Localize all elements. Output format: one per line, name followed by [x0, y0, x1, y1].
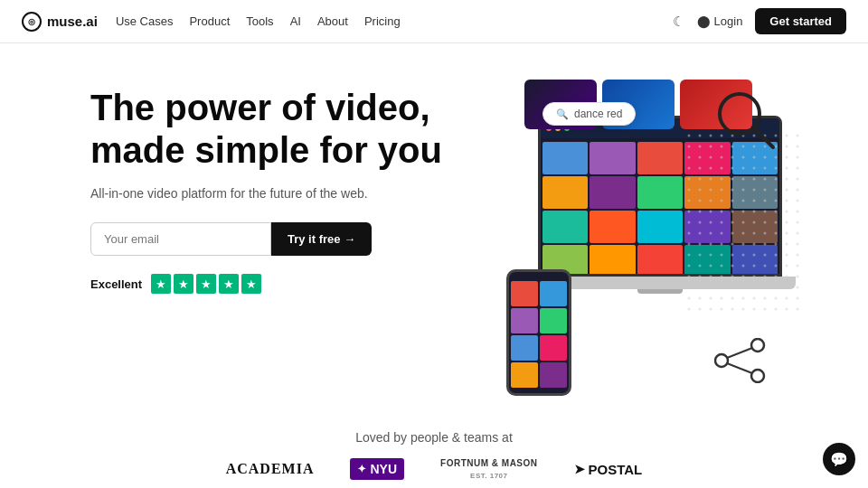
dark-mode-icon[interactable]: ☾: [673, 14, 684, 30]
svg-line-5: [727, 348, 752, 358]
nav-right: ☾ ⬤ Login Get started: [673, 8, 846, 34]
phone-thumb-2: [540, 281, 567, 306]
star-rating: ★ ★ ★ ★ ★: [151, 274, 261, 294]
logo-academia: ACADEMIA: [226, 461, 315, 477]
star-3: ★: [196, 274, 216, 294]
main-content: The power of video, made simple for you …: [0, 43, 868, 423]
svg-line-6: [727, 363, 752, 373]
nav-use-cases[interactable]: Use Cases: [116, 14, 174, 28]
logo-icon: ◎: [22, 12, 42, 32]
svg-point-3: [715, 354, 728, 367]
phone-thumb-4: [540, 308, 567, 333]
thumb-3: [637, 142, 683, 174]
search-overlay: 🔍 dance red: [542, 102, 636, 126]
nav-left: ◎ muse.ai Use Cases Product Tools AI Abo…: [22, 12, 401, 32]
nyu-text: NYU: [370, 462, 397, 476]
big-search-icon: [714, 89, 778, 152]
star-4: ★: [219, 274, 239, 294]
nav-about[interactable]: About: [317, 14, 348, 28]
share-icon: [714, 338, 769, 387]
star-1: ★: [151, 274, 171, 294]
logo-text: muse.ai: [47, 14, 98, 29]
logo-postal: ➤ POSTAL: [574, 462, 643, 477]
email-input[interactable]: [90, 222, 271, 256]
nav-pricing[interactable]: Pricing: [364, 14, 401, 28]
nav-links: Use Cases Product Tools AI About Pricing: [116, 14, 401, 28]
thumb-6: [542, 176, 588, 209]
logo-fortnum: FORTNUM & MASONEST. 1707: [440, 457, 538, 481]
thumb-18: [637, 245, 683, 277]
phone-thumb-1: [511, 281, 538, 306]
email-form: Try it free →: [90, 222, 470, 256]
phone-thumb-5: [511, 335, 538, 361]
dot-pattern: [687, 134, 805, 314]
phone-thumb-7: [511, 362, 538, 388]
trusted-section: Loved by people & teams at ACADEMIA ✦ NY…: [0, 423, 868, 488]
login-button[interactable]: ⬤ Login: [697, 14, 743, 28]
svg-point-4: [751, 370, 764, 382]
logo-nyu: ✦ NYU: [350, 458, 404, 480]
phone-mockup: [506, 269, 571, 396]
hero-left: The power of video, made simple for you …: [90, 80, 470, 294]
trustpilot-row: Excellent ★ ★ ★ ★ ★: [90, 274, 470, 294]
hero-subtitle: All-in-one video platform for the future…: [90, 186, 470, 201]
laptop-notch: [637, 289, 683, 294]
logos-row-1: ACADEMIA ✦ NYU FORTNUM & MASONEST. 1707 …: [0, 457, 868, 481]
thumb-2: [590, 142, 635, 174]
chat-bubble[interactable]: 💬: [823, 443, 855, 475]
star-2: ★: [174, 274, 193, 294]
logo[interactable]: ◎ muse.ai: [22, 12, 98, 32]
nyu-icon: ✦: [357, 463, 366, 475]
nav-product[interactable]: Product: [189, 14, 230, 28]
trustpilot-label: Excellent: [90, 277, 142, 291]
thumb-7: [590, 176, 635, 209]
nav-tools[interactable]: Tools: [246, 14, 273, 28]
thumb-17: [590, 245, 635, 277]
login-icon: ⬤: [697, 14, 711, 28]
phone-thumb-8: [540, 362, 567, 388]
thumb-1: [542, 142, 588, 174]
get-started-button[interactable]: Get started: [755, 8, 846, 34]
svg-point-2: [751, 339, 764, 352]
thumb-8: [637, 176, 683, 209]
thumb-11: [542, 211, 588, 243]
svg-rect-8: [687, 134, 805, 314]
star-5: ★: [241, 274, 261, 294]
phone-grid: [509, 279, 569, 389]
phone-thumb-3: [511, 308, 538, 333]
hero-visual: 🔍 dance red: [452, 80, 796, 423]
postal-arrow-icon: ➤: [574, 462, 585, 476]
thumb-13: [637, 211, 683, 243]
search-icon: 🔍: [556, 108, 569, 120]
thumb-12: [590, 211, 635, 243]
svg-line-1: [754, 128, 773, 147]
search-text: dance red: [574, 108, 622, 120]
trusted-label: Loved by people & teams at: [0, 430, 868, 445]
nav-ai[interactable]: AI: [290, 14, 301, 28]
hero-title: The power of video, made simple for you: [90, 87, 470, 172]
try-free-button[interactable]: Try it free →: [271, 222, 372, 256]
navbar: ◎ muse.ai Use Cases Product Tools AI Abo…: [0, 0, 868, 43]
phone-thumb-6: [540, 335, 567, 361]
login-label: Login: [714, 14, 743, 28]
postal-text: POSTAL: [589, 462, 643, 477]
